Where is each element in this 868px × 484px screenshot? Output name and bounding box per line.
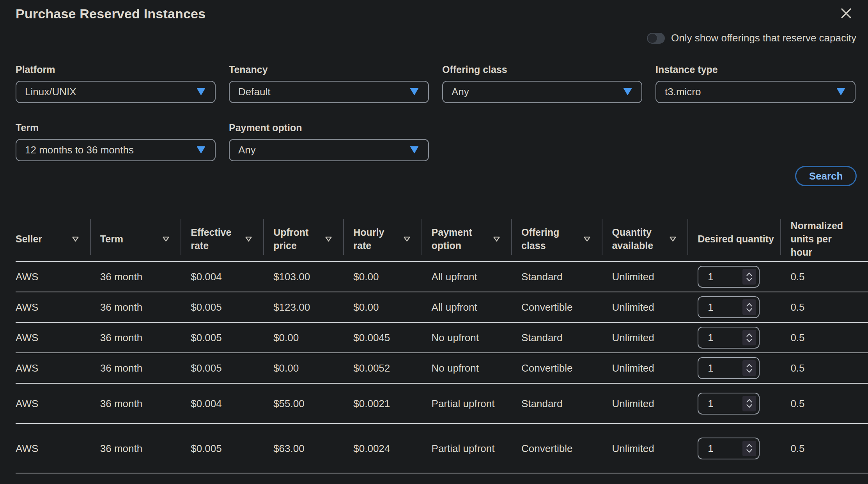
column-label: Desired quantity [698,232,776,246]
cell-normalized-units-per-hour: 0.5 [780,424,868,473]
cell-text: $0.005 [191,300,222,314]
dropdown-value: Linux/UNIX [25,86,76,98]
column-header-hourly-rate[interactable]: Hourly rate [343,217,421,261]
cell-text: $0.004 [191,270,222,284]
sort-arrow-icon[interactable] [669,236,677,242]
cell-text: 0.5 [790,270,804,284]
cell-text: 36 month [100,331,142,345]
cell-text: Convertible [521,300,573,314]
desired-quantity-stepper[interactable]: 1 [698,296,760,318]
search-button[interactable]: Search [795,166,857,186]
chevron-down-icon [410,86,419,98]
cell-text: $0.0045 [353,331,390,345]
cell-seller: AWS [16,323,90,352]
close-icon [840,7,852,20]
cell-offering-class: Standard [511,262,602,292]
desired-quantity-stepper[interactable]: 1 [698,357,760,379]
desired-quantity-stepper[interactable]: 1 [698,393,760,415]
cell-desired-quantity: 1 [687,384,780,423]
sort-arrow-icon[interactable] [72,236,79,242]
stepper-spin-buttons[interactable] [742,396,756,411]
sort-arrow-icon[interactable] [493,236,500,242]
cell-effective-rate: $0.005 [181,292,263,322]
cell-text: Unlimited [612,270,654,284]
stepper-spin-buttons[interactable] [742,360,756,376]
desired-quantity-stepper[interactable]: 1 [698,438,760,459]
cell-hourly-rate: $0.0021 [343,384,421,423]
cell-seller: AWS [16,292,90,322]
dropdown-payment-option[interactable]: Any [229,139,429,161]
capacity-toggle[interactable] [647,33,665,44]
dropdown-tenancy[interactable]: Default [229,81,429,103]
cell-payment-option: No upfront [422,353,511,383]
cell-text: 0.5 [790,441,804,456]
column-header-offering-class[interactable]: Offering class [511,217,602,261]
cell-quantity-available: Unlimited [602,262,687,292]
cell-term: 36 month [90,353,181,383]
chevron-down-icon [746,449,753,453]
column-divider [90,219,91,255]
dropdown-instance-type[interactable]: t3.micro [655,81,856,103]
stepper-spin-buttons[interactable] [742,330,756,345]
cell-text: Partial upfront [432,397,495,411]
stepper-value: 1 [698,361,713,375]
sort-arrow-icon[interactable] [583,236,591,242]
desired-quantity-stepper[interactable]: 1 [698,266,760,288]
column-header-effective-rate[interactable]: Effective rate [181,217,263,261]
cell-quantity-available: Unlimited [602,353,687,383]
cell-text: 36 month [100,441,142,456]
cell-offering-class: Convertible [511,353,602,383]
sort-arrow-icon[interactable] [325,236,332,242]
cell-text: 0.5 [790,331,804,345]
filter-tenancy: Tenancy Default [229,64,429,103]
cell-effective-rate: $0.005 [181,323,263,352]
sort-arrow-icon[interactable] [162,236,170,242]
cell-normalized-units-per-hour: 0.5 [780,262,868,292]
sort-arrow-icon[interactable] [245,236,252,242]
dropdown-term[interactable]: 12 months to 36 months [16,139,216,161]
cell-effective-rate: $0.004 [181,384,263,423]
chevron-up-icon [746,333,753,337]
cell-upfront-price: $0.00 [263,323,343,352]
dropdown-value: 12 months to 36 months [25,144,134,156]
filter-label-platform: Platform [16,64,216,75]
cell-payment-option: Partial upfront [422,384,511,423]
cell-effective-rate: $0.004 [181,262,263,292]
column-header-seller[interactable]: Seller [16,217,90,261]
column-label: Upfront price [273,226,325,252]
cell-payment-option: All upfront [422,262,511,292]
column-header-upfront-price[interactable]: Upfront price [263,217,343,261]
close-button[interactable] [838,5,855,22]
chevron-down-icon [623,86,632,98]
cell-text: 36 month [100,361,142,375]
column-header-quantity-available[interactable]: Quantity available [602,217,687,261]
dropdown-value: Any [238,144,256,156]
chevron-down-icon [746,278,753,282]
cell-hourly-rate: $0.00 [343,262,421,292]
filter-platform: Platform Linux/UNIX [16,64,216,103]
cell-text: 36 month [100,300,142,314]
column-header-payment-option[interactable]: Payment option [422,217,511,261]
column-label: Offering class [521,226,583,252]
cell-text: AWS [16,361,38,375]
cell-payment-option: No upfront [422,323,511,352]
cell-text: Convertible [521,361,573,375]
column-divider [263,219,264,255]
dropdown-offering-class[interactable]: Any [442,81,642,103]
cell-seller: AWS [16,384,90,423]
column-header-term[interactable]: Term [90,217,181,261]
cell-text: $0.0052 [353,361,390,375]
column-header-desired-quantity: Desired quantity [687,217,780,261]
chevron-up-icon [746,302,753,307]
chevron-up-icon [746,272,753,276]
stepper-spin-buttons[interactable] [742,299,756,315]
cell-payment-option: Partial upfront [422,424,511,473]
chevron-down-icon [197,86,205,98]
stepper-spin-buttons[interactable] [742,441,756,456]
cell-text: $123.00 [273,300,310,314]
sort-arrow-icon[interactable] [403,236,411,242]
desired-quantity-stepper[interactable]: 1 [698,327,760,349]
stepper-spin-buttons[interactable] [742,269,756,285]
chevron-up-icon [746,443,753,448]
dropdown-platform[interactable]: Linux/UNIX [16,81,216,103]
